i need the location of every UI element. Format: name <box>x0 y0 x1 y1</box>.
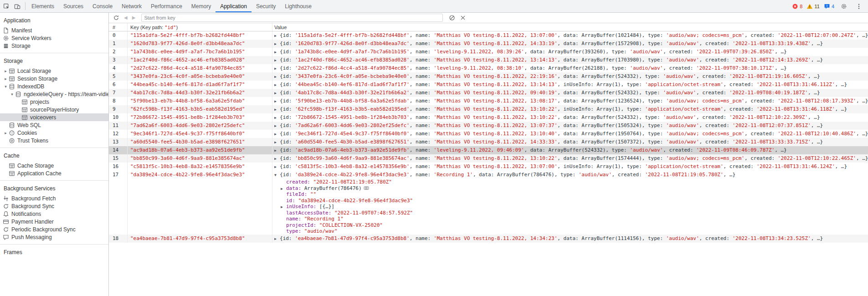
grid-row-12[interactable]: 12"9ec346f1-727d-45e4-9c37-f75ff8640bf0"… <box>109 130 868 138</box>
expand-arrow-icon[interactable]: ▶ <box>274 163 280 171</box>
grid-row-2[interactable]: 2"1a743b8c-e0ee-4d9f-a7af-7bc7a6b1b195"▶… <box>109 48 868 56</box>
object-property-row[interactable]: id: "da389e24-cdce-4b22-9fe8-96e4f3dac9e… <box>274 198 868 204</box>
expand-arrow-icon[interactable]: ▶ <box>274 32 280 40</box>
sidebar-item-manifest[interactable]: Manifest <box>0 26 108 34</box>
sidebar-item-voiceovers[interactable]: voiceovers <box>0 113 108 121</box>
inspect-element-button[interactable] <box>1 2 12 10</box>
expand-arrow-icon[interactable]: ▶ <box>274 147 280 154</box>
refresh-button[interactable] <box>111 14 121 21</box>
expand-arrow-icon[interactable]: ▶ <box>274 155 280 163</box>
column-header-index[interactable]: # <box>109 23 128 31</box>
tab-elements[interactable]: Elements <box>27 0 59 12</box>
object-property-row[interactable]: fileId: "" <box>274 191 868 198</box>
expand-arrow-icon[interactable]: ▶ <box>274 97 280 105</box>
grid-row-3[interactable]: 3"1ac2f40d-f86c-4652-ac46-efb8385ad028"▶… <box>109 56 868 64</box>
clear-object-store-button[interactable] <box>447 14 457 21</box>
sidebar-item-push-messaging[interactable]: Push Messaging <box>0 233 108 241</box>
expand-arrow-icon[interactable]: ▶ <box>281 186 286 192</box>
chevron-right-icon[interactable]: ▸ <box>3 69 9 73</box>
expand-arrow-icon[interactable]: ▶ <box>274 65 280 72</box>
warning-badge[interactable]: 11 <box>806 3 819 10</box>
sidebar-item-indexeddb[interactable]: ▾IndexedDB <box>0 82 108 90</box>
device-toolbar-button[interactable] <box>12 2 23 10</box>
expand-arrow-icon[interactable]: ▶ <box>274 89 280 97</box>
page-forward-button[interactable]: ▶ <box>130 15 138 20</box>
expand-arrow-icon[interactable]: ▶ <box>274 235 280 243</box>
more-options-button[interactable] <box>853 2 864 10</box>
grid-row-7[interactable]: 7"4ab17c8c-7d8a-44d3-b30f-32e21fb6b6a2"▶… <box>109 89 868 97</box>
delete-selected-button[interactable] <box>458 14 468 21</box>
sidebar-item-background-fetch[interactable]: Background Fetch <box>0 194 108 202</box>
grid-row-4[interactable]: 4"2d27c622-f86d-4cc4-a518-4fa90784ec85"▶… <box>109 64 868 72</box>
start-from-key-input[interactable] <box>141 14 443 22</box>
tab-lighthouse[interactable]: Lighthouse <box>280 0 316 12</box>
sidebar-item-payment-handler[interactable]: Payment Handler <box>0 218 108 225</box>
sidebar-item-ngdexieliequery-https-team-vidieditor-vi[interactable]: ▾ngdexielieQuery - https://team-vidiedit… <box>0 90 108 98</box>
sidebar-item-local-storage[interactable]: ▸Local Storage <box>0 67 108 75</box>
chevron-down-icon[interactable]: ▾ <box>9 92 15 97</box>
expand-arrow-icon[interactable]: ▶ <box>274 40 280 48</box>
grid-row-11[interactable]: 11"7ad62a6f-6003-4dd6-9e03-2802ef25defc"… <box>109 122 868 130</box>
column-header-value[interactable]: Value <box>272 23 868 31</box>
grid-row-6[interactable]: 6"44bea45c-b140-4ef6-817d-d1ad6f7af1f7"▶… <box>109 81 868 89</box>
issues-badge[interactable]: 4 <box>824 3 834 10</box>
grid-row-14[interactable]: 14"ac9ad18b-07a6-4eb3-b373-aa92e51de9fb"… <box>109 146 868 154</box>
settings-button[interactable] <box>838 2 849 10</box>
grid-row-1[interactable]: 1"1620d783-9f77-426d-8e0f-d3bb48eaa7dc"▶… <box>109 40 868 48</box>
collapse-arrow-icon[interactable]: ▼ <box>274 171 280 179</box>
sidebar-item-periodic-background-sync[interactable]: Periodic Background Sync <box>0 225 108 233</box>
grid-row-16[interactable]: 16"c5813f5c-10b3-4eb8-8a32-e14578356e9b"… <box>109 163 868 171</box>
column-header-key[interactable]: Key (Key path: "id" ) <box>128 23 272 31</box>
sidebar-item-projects[interactable]: projects <box>0 98 108 106</box>
expand-arrow-icon[interactable]: ▶ <box>274 106 280 113</box>
grid-row-17[interactable]: 17"da389e24-cdce-4b22-9fe8-96e4f3dac9e3"… <box>109 171 868 235</box>
expand-arrow-icon[interactable]: ▶ <box>274 122 280 130</box>
expand-arrow-icon[interactable]: ▶ <box>274 48 280 56</box>
expand-arrow-icon[interactable]: ▶ <box>274 73 280 81</box>
tab-sources[interactable]: Sources <box>59 0 88 12</box>
expand-arrow-icon[interactable]: ▶ <box>274 56 280 64</box>
chevron-right-icon[interactable]: ▸ <box>3 77 9 81</box>
sidebar-item-web-sql[interactable]: Web SQL <box>0 121 108 129</box>
object-property-row[interactable]: ▶data: ArrayBuffer(786476) <box>274 185 868 192</box>
tab-network[interactable]: Network <box>117 0 146 12</box>
grid-row-13[interactable]: 13"a60d5540-fee5-4b30-b5ad-e3898f627651"… <box>109 138 868 146</box>
sidebar-item-service-workers[interactable]: Service Workers <box>0 34 108 42</box>
expand-arrow-icon[interactable]: ▶ <box>281 204 286 210</box>
tab-console[interactable]: Console <box>88 0 117 12</box>
sidebar-item-background-sync[interactable]: Background Sync <box>0 202 108 210</box>
expand-arrow-icon[interactable]: ▶ <box>274 81 280 89</box>
sidebar-item-cookies[interactable]: ▸Cookies <box>0 129 108 137</box>
object-property-row[interactable]: projectId: "COLLECTION-VX-25020" <box>274 222 868 229</box>
chevron-down-icon[interactable]: ▾ <box>3 84 9 89</box>
grid-row-5[interactable]: 5"3437e0fa-23c6-4c0f-a05e-bcbeba9e40e0"▶… <box>109 72 868 81</box>
grid-row-10[interactable]: 10"72b86672-1545-4951-be8b-1f284eb3b703"… <box>109 113 868 122</box>
object-property-row[interactable]: ▶inUseInfo: [{…}] <box>274 204 868 210</box>
sidebar-item-session-storage[interactable]: ▸Session Storage <box>0 75 108 82</box>
expand-arrow-icon[interactable]: ▶ <box>274 130 280 138</box>
grid-row-8[interactable]: 8"5f90be13-eb7b-44b8-bf58-6a3a62e5fdab"▶… <box>109 97 868 105</box>
sidebar-item-notifications[interactable]: Notifications <box>0 210 108 218</box>
object-property-row[interactable]: type: "audio/wav" <box>274 228 868 235</box>
grid-row-9[interactable]: 9"62fc598b-f13f-4163-b3b5-eab582d195ed"▶… <box>109 105 868 113</box>
tab-application[interactable]: Application <box>216 0 252 12</box>
tab-performance[interactable]: Performance <box>146 0 187 12</box>
grid-row-18[interactable]: 18"ea4baeae-7b81-47d9-97f4-c95a3753d8b8"… <box>109 235 868 243</box>
tab-memory[interactable]: Memory <box>187 0 216 12</box>
chevron-right-icon[interactable]: ▸ <box>3 131 9 135</box>
grid-row-0[interactable]: 0"115a1dfa-5e2f-4fff-bf7b-b2682fd448bf"▶… <box>109 31 868 40</box>
expand-arrow-icon[interactable]: ▶ <box>274 114 280 122</box>
object-property-row[interactable]: name: "Recording 1" <box>274 216 868 222</box>
error-badge[interactable]: 8 <box>792 3 802 10</box>
sidebar-item-storage[interactable]: Storage <box>0 42 108 50</box>
sidebar-item-application-cache[interactable]: Application Cache <box>0 169 108 177</box>
page-back-button[interactable]: ◀ <box>122 15 129 20</box>
sidebar-item-sourceplayerhistory[interactable]: sourcePlayerHistory <box>0 106 108 113</box>
tab-security[interactable]: Security <box>252 0 280 12</box>
object-property-row[interactable]: created: "2022-11-08T21:19:05.780Z" <box>274 179 868 185</box>
object-property-row[interactable]: lastAccessDate: "2022-11-09T07:48:57.592… <box>274 210 868 216</box>
grid-row-15[interactable]: 15"bb850c99-3a60-4d6f-9aa9-881e385674ac"… <box>109 154 868 163</box>
expand-arrow-icon[interactable]: ▶ <box>274 138 280 146</box>
sidebar-item-cache-storage[interactable]: Cache Storage <box>0 162 108 169</box>
sidebar-item-trust-tokens[interactable]: Trust Tokens <box>0 137 108 144</box>
